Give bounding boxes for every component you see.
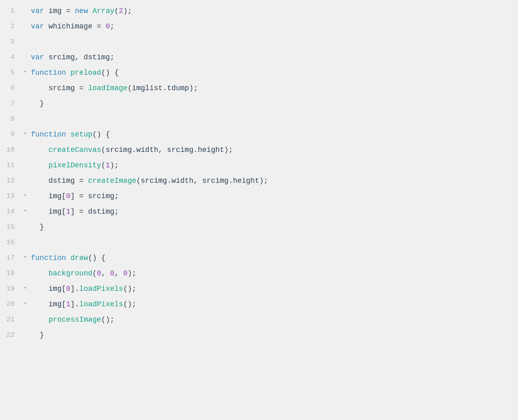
fold-arrow[interactable]: ▾	[21, 67, 29, 76]
fold-arrow	[21, 222, 29, 223]
code-content: }	[29, 222, 518, 233]
code-line: 19▾ img[0].loadPixels();	[0, 283, 518, 298]
code-line: 3	[0, 36, 518, 51]
fold-arrow	[21, 145, 29, 145]
code-line: 2var whichimage = 0;	[0, 20, 518, 36]
fold-arrow	[21, 52, 29, 53]
code-line: 12 dstimg = createImage(srcimg.width, sr…	[0, 175, 518, 190]
code-line: 22 }	[0, 329, 518, 344]
fold-arrow[interactable]: ▾	[21, 299, 29, 307]
fold-arrow[interactable]: ▾	[21, 253, 29, 261]
code-line: 13▾ img[0] = srcimg;	[0, 190, 518, 206]
code-content	[29, 37, 518, 48]
fold-arrow	[21, 160, 29, 161]
code-line: 10 createCanvas(srcimg.width, srcimg.hei…	[0, 144, 518, 159]
code-content: img[0] = srcimg;	[29, 191, 518, 202]
code-line: 8	[0, 113, 518, 128]
fold-arrow	[21, 237, 29, 238]
code-line: 11 pixelDensity(1);	[0, 159, 518, 175]
code-content: srcimg = loadImage(imglist.tdump);	[29, 83, 518, 94]
code-content: var img = new Array(2);	[29, 6, 518, 17]
line-number: 12	[0, 175, 21, 186]
fold-arrow	[21, 98, 29, 99]
line-number: 14	[0, 206, 21, 217]
fold-arrow	[21, 314, 29, 315]
code-content: img[1].loadPixels();	[29, 299, 518, 310]
line-number: 2	[0, 21, 21, 32]
code-line: 20▾ img[1].loadPixels();	[0, 298, 518, 314]
code-line: 4var srcimg, dstimg;	[0, 51, 518, 67]
code-content: function preload() {	[29, 67, 518, 79]
line-number: 18	[0, 268, 21, 279]
fold-arrow	[21, 114, 29, 115]
code-line: 14▾ img[1] = dstimg;	[0, 206, 518, 221]
code-line: 7 }	[0, 97, 518, 113]
code-content: img[1] = dstimg;	[29, 206, 518, 218]
line-number: 17	[0, 253, 21, 263]
code-line: 9▾function setup() {	[0, 128, 518, 144]
line-number: 7	[0, 98, 21, 109]
code-line: 21 processImage();	[0, 314, 518, 329]
fold-arrow[interactable]: ▾	[21, 129, 29, 138]
line-number: 10	[0, 145, 21, 155]
line-number: 1	[0, 6, 21, 16]
line-number: 3	[0, 37, 21, 47]
code-content: dstimg = createImage(srcimg.width, srcim…	[29, 175, 518, 187]
code-content: }	[29, 98, 518, 110]
code-line: 15 }	[0, 221, 518, 236]
code-line: 16	[0, 236, 518, 252]
fold-arrow	[21, 6, 29, 6]
line-number: 15	[0, 222, 21, 232]
line-number: 4	[0, 52, 21, 63]
line-number: 22	[0, 330, 21, 340]
code-content: background(0, 0, 0);	[29, 268, 518, 279]
line-number: 6	[0, 83, 21, 93]
line-number: 8	[0, 114, 21, 124]
code-content: var whichimage = 0;	[29, 21, 518, 32]
fold-arrow	[21, 268, 29, 269]
code-line: 17▾function draw() {	[0, 252, 518, 267]
line-number: 11	[0, 160, 21, 171]
line-number: 20	[0, 299, 21, 310]
code-content: pixelDensity(1);	[29, 160, 518, 171]
fold-arrow	[21, 21, 29, 22]
line-number: 9	[0, 129, 21, 140]
code-content: var srcimg, dstimg;	[29, 52, 518, 63]
code-content: function draw() {	[29, 253, 518, 264]
line-number: 19	[0, 284, 21, 294]
fold-arrow	[21, 83, 29, 84]
fold-arrow[interactable]: ▾	[21, 191, 29, 199]
code-content: function setup() {	[29, 129, 518, 141]
code-content: createCanvas(srcimg.width, srcimg.height…	[29, 145, 518, 156]
code-content: processImage();	[29, 314, 518, 326]
fold-arrow	[21, 330, 29, 331]
line-number: 16	[0, 237, 21, 248]
fold-arrow	[21, 175, 29, 176]
code-line: 18 background(0, 0, 0);	[0, 267, 518, 283]
fold-arrow	[21, 37, 29, 37]
code-line: 6 srcimg = loadImage(imglist.tdump);	[0, 82, 518, 97]
code-content: }	[29, 330, 518, 341]
fold-arrow[interactable]: ▾	[21, 206, 29, 215]
code-line: 1var img = new Array(2);	[0, 5, 518, 20]
line-number: 21	[0, 314, 21, 325]
line-number: 13	[0, 191, 21, 201]
code-content: img[0].loadPixels();	[29, 284, 518, 295]
code-line: 5▾function preload() {	[0, 67, 518, 82]
fold-arrow[interactable]: ▾	[21, 284, 29, 292]
code-editor: 1var img = new Array(2);2var whichimage …	[0, 0, 518, 420]
line-number: 5	[0, 67, 21, 78]
code-content	[29, 114, 518, 125]
code-content	[29, 237, 518, 249]
